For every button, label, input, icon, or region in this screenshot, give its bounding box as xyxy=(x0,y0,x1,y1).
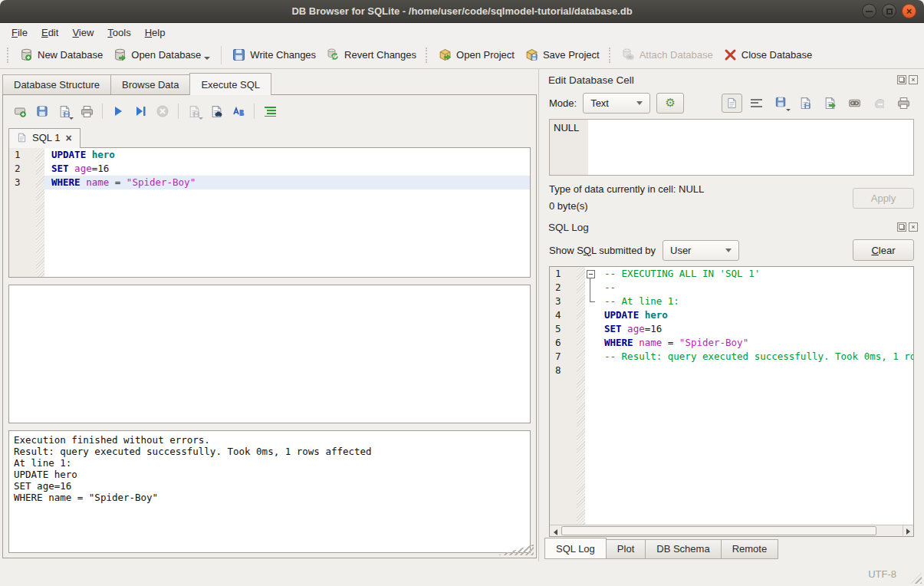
open-sql-file-button[interactable] xyxy=(32,101,52,121)
scrollbar-thumb[interactable] xyxy=(561,526,876,535)
attach-database-label: Attach Database xyxy=(640,49,713,61)
execute-all-button[interactable] xyxy=(108,101,128,121)
set-null-icon xyxy=(874,98,884,108)
execution-message-pane[interactable]: Execution finished without errors. Resul… xyxy=(8,430,531,553)
title-bar[interactable]: DB Browser for SQLite - /home/user/code/… xyxy=(0,0,924,23)
close-button[interactable]: × xyxy=(902,4,916,18)
new-sql-tab-icon xyxy=(14,105,27,118)
auto-apply-button[interactable]: ⚙ xyxy=(656,93,684,114)
tab-database-structure[interactable]: Database Structure xyxy=(2,74,111,94)
save-project-icon xyxy=(525,48,538,61)
close-database-button[interactable]: Close Database xyxy=(718,45,818,64)
code-line: 2-- xyxy=(550,281,913,295)
open-database-label: Open Database xyxy=(131,49,201,61)
import-cell-data-button[interactable] xyxy=(771,94,791,113)
write-changes-button[interactable]: Write Changes xyxy=(227,45,321,64)
find-button[interactable] xyxy=(206,101,226,121)
print-icon xyxy=(81,105,94,118)
save-sql-file-button[interactable] xyxy=(54,101,74,121)
write-changes-icon xyxy=(232,48,245,61)
results-pane[interactable] xyxy=(8,285,531,423)
resize-grip-icon[interactable] xyxy=(911,573,922,584)
revert-changes-button[interactable]: Revert Changes xyxy=(321,45,422,64)
log-filter-label: Show SQL submitted by xyxy=(549,245,656,256)
maximize-icon xyxy=(886,8,893,15)
sql-1-tab-close-icon[interactable]: × xyxy=(65,133,71,143)
close-panel-icon[interactable]: × xyxy=(909,75,918,84)
bottom-tab-bar: SQL Log Plot DB Schema Remote xyxy=(543,537,920,561)
execute-all-icon xyxy=(112,105,125,118)
open-database-dropdown-icon[interactable] xyxy=(204,57,210,60)
status-bar: UTF-8 xyxy=(0,561,924,586)
close-icon: × xyxy=(906,6,912,16)
save-project-label: Save Project xyxy=(543,49,600,61)
print-icon xyxy=(897,97,910,110)
save-project-button[interactable]: Save Project xyxy=(520,45,605,64)
tab-db-schema[interactable]: DB Schema xyxy=(645,539,721,559)
tab-plot[interactable]: Plot xyxy=(606,539,646,559)
sql-editor-code[interactable]: 1UPDATE hero2SET age=163WHERE name = "Sp… xyxy=(9,148,530,277)
tab-remote[interactable]: Remote xyxy=(721,539,779,559)
mode-select[interactable]: Text xyxy=(583,93,650,114)
sql-editor[interactable]: 1UPDATE hero2SET age=163WHERE name = "Sp… xyxy=(8,147,531,278)
float-panel-icon[interactable] xyxy=(897,222,906,232)
minimize-button[interactable] xyxy=(862,4,876,18)
apply-button: Apply xyxy=(853,188,914,209)
log-filter-select[interactable]: User xyxy=(663,240,739,261)
execute-line-button[interactable] xyxy=(130,101,150,121)
word-wrap-button[interactable] xyxy=(260,101,280,121)
line-number: 1 xyxy=(550,267,577,281)
close-database-icon xyxy=(724,48,737,61)
print-cell-button[interactable] xyxy=(893,94,914,113)
word-wrap-cell-button[interactable] xyxy=(746,94,767,113)
open-external-button[interactable] xyxy=(820,94,840,113)
menu-edit[interactable]: Edit xyxy=(35,25,65,41)
menu-help[interactable]: Help xyxy=(138,25,173,41)
code-text: WHERE name = "Spider-Boy" xyxy=(597,336,913,350)
fold-marker-icon[interactable] xyxy=(585,267,597,281)
tab-browse-data[interactable]: Browse Data xyxy=(110,74,190,94)
code-line: 2SET age=16 xyxy=(9,162,530,176)
code-line: 7-- Result: query executed successfully.… xyxy=(550,350,913,364)
clear-log-button[interactable]: Clear xyxy=(853,239,914,261)
print-sql-button[interactable] xyxy=(77,101,97,121)
open-project-icon xyxy=(439,48,452,61)
maximize-button[interactable] xyxy=(882,4,896,18)
splitter[interactable] xyxy=(8,278,531,285)
sql-1-tab[interactable]: SQL 1 × xyxy=(8,128,81,148)
copy-link-button[interactable] xyxy=(844,94,865,113)
code-line: 1-- EXECUTING ALL IN 'SQL 1' xyxy=(550,267,913,281)
new-database-label: New Database xyxy=(38,49,103,61)
menu-tools[interactable]: Tools xyxy=(100,25,137,41)
new-sql-tab-button[interactable] xyxy=(10,101,30,121)
fold-marker-icon xyxy=(585,281,597,295)
open-project-button[interactable]: Open Project xyxy=(433,45,520,64)
menu-view[interactable]: View xyxy=(65,25,100,41)
fold-margin xyxy=(585,336,597,350)
tab-execute-sql[interactable]: Execute SQL xyxy=(189,73,271,95)
scroll-left-icon[interactable] xyxy=(550,525,561,536)
format-sql-button[interactable] xyxy=(229,101,248,121)
sql-toolbar xyxy=(8,100,531,123)
cell-editor[interactable]: NULL xyxy=(549,119,914,176)
open-file-icon xyxy=(774,97,788,110)
menu-file[interactable]: File xyxy=(5,25,35,41)
tab-sql-log[interactable]: SQL Log xyxy=(544,538,607,559)
splitter[interactable] xyxy=(8,423,531,430)
horizontal-scrollbar[interactable] xyxy=(550,525,913,536)
open-sql-file-icon xyxy=(36,105,49,118)
float-panel-icon[interactable] xyxy=(897,75,906,84)
write-changes-label: Write Changes xyxy=(250,49,316,61)
close-panel-icon[interactable]: × xyxy=(909,222,918,232)
open-database-button[interactable]: Open Database xyxy=(108,45,215,64)
scroll-right-icon[interactable] xyxy=(903,525,913,536)
code-text: WHERE name = "Spider-Boy" xyxy=(44,176,530,189)
sql-1-tab-label: SQL 1 xyxy=(32,132,60,143)
window-title: DB Browser for SQLite - /home/user/code/… xyxy=(0,5,924,17)
open-external-icon xyxy=(824,97,837,110)
new-database-button[interactable]: New Database xyxy=(15,45,108,64)
text-mode-button[interactable] xyxy=(722,94,742,113)
sql-log-view[interactable]: 1-- EXECUTING ALL IN 'SQL 1'2--3-- At li… xyxy=(549,266,914,537)
save-sql-dropdown-icon xyxy=(69,117,74,120)
export-cell-data-button[interactable] xyxy=(795,94,816,113)
